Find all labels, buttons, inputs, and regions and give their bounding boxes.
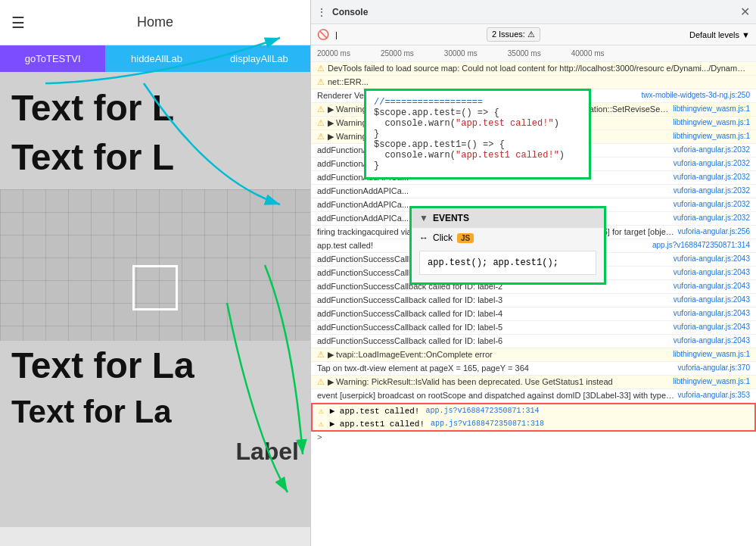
events-title: EVENTS [433, 213, 469, 223]
log-row-pickresult: ⚠ ▶ Warning: PickResult::IsValid has bee… [311, 376, 756, 389]
log-row-success-label5: addFunctionSuccessCallback called for ID… [311, 321, 756, 335]
warning-icon-6: ⚠ [317, 350, 325, 360]
log-row-tap: Tap on twx-dt-view element at pageX = 16… [311, 362, 756, 376]
devtools-menu-icon[interactable]: ⋮ [317, 7, 326, 17]
console-area: //================== $scope.app.test=() … [311, 62, 756, 546]
log-row-success-label3: addFunctionSuccessCallback called for ID… [311, 294, 756, 307]
clear-console-icon[interactable]: 🚫 [317, 29, 329, 40]
log-link-5[interactable]: libthingview_wasm.js:1 [673, 118, 750, 126]
timeline-bar: 20000 ms 25000 ms 30000 ms 35000 ms 4000… [311, 45, 756, 62]
log-text-2: net::ERR... [328, 77, 750, 86]
issues-badge[interactable]: 2 Issues: ⚠ [487, 27, 540, 42]
log-link-17[interactable]: vuforia-angular.js:2043 [674, 282, 750, 290]
hide-labels-button[interactable]: hiddeAllLab [105, 45, 207, 72]
log-text-25: event [userpick] broadcast on rootScope … [317, 391, 674, 400]
bottom-log-link-2[interactable]: app.js?v1688472350871:318 [431, 420, 544, 428]
events-item[interactable]: ↔ Click JS [412, 228, 604, 248]
timeline-mark-3: 35000 ms [508, 49, 541, 58]
code-line-1: //================== [374, 97, 581, 108]
filter-icon: | [335, 30, 338, 39]
devtools-panel: ⋮ Console ✕ 🚫 | 2 Issues: ⚠ Default leve… [310, 0, 756, 546]
app-content: Text for L Text for L Text for La Text f… [0, 72, 310, 527]
log-link-19[interactable]: vuforia-angular.js:2043 [674, 309, 750, 317]
log-text: DevTools failed to load source map: Coul… [328, 64, 747, 73]
default-levels-dropdown[interactable]: Default levels ▼ [689, 30, 750, 39]
log-link-23[interactable]: vuforia-angular.js:370 [677, 363, 750, 372]
bottom-highlight-section: ⚠ ▶ app.test called! app.js?v16884723508… [311, 403, 756, 432]
button-row: goToTESTVI hiddeAllLab displayAllLab [0, 45, 310, 72]
events-popup: ▼ EVENTS ↔ Click JS app.test(); app.test… [409, 206, 606, 285]
log-link-16[interactable]: vuforia-angular.js:2043 [674, 268, 750, 276]
log-link-10[interactable]: vuforia-angular.js:2032 [674, 186, 750, 195]
code-line-3: console.warn("app.test called!") [374, 118, 581, 129]
events-arrow-icon: ↔ [419, 232, 428, 243]
log-link-15[interactable]: vuforia-angular.js:2043 [674, 254, 750, 263]
log-link-4[interactable]: libthingview_wasm.js:1 [673, 105, 750, 113]
log-link-9[interactable]: vuforia-angular.js:2032 [674, 173, 750, 181]
log-link-3[interactable]: twx-mobile-widgets-3d-ng.js:250 [642, 91, 750, 99]
log-text-20: addFunctionSuccessCallback called for ID… [317, 323, 670, 332]
bottom-log-apptest: ⚠ ▶ app.test called! app.js?v16884723508… [313, 404, 754, 417]
log-link-21[interactable]: vuforia-angular.js:2043 [674, 336, 750, 345]
bottom-log-link-1[interactable]: app.js?v1688472350871:314 [425, 407, 539, 415]
timeline-mark-2: 30000 ms [444, 49, 478, 58]
log-text-10: addFunctionAddAPICa... [317, 186, 670, 195]
app-header: ☰ Home [0, 0, 310, 45]
code-line-6: console.warn("app.test1 called!") [374, 150, 581, 161]
log-row-success-label6: addFunctionSuccessCallback called for ID… [311, 335, 756, 348]
display-labels-button[interactable]: displayAllLab [208, 45, 310, 72]
log-link-22[interactable]: libthingview_wasm.js:1 [673, 350, 750, 358]
log-text-22: ▶ tvapi::LoadImageEvent::OnComplete erro… [328, 350, 670, 360]
text-label-2: Text for L [0, 133, 310, 182]
log-link-20[interactable]: vuforia-angular.js:2043 [674, 323, 750, 331]
mobile-preview-panel: ☰ Home goToTESTVI hiddeAllLab displayAll… [0, 0, 310, 546]
devtools-header: ⋮ Console ✕ [311, 0, 756, 24]
timeline-mark-4: 40000 ms [571, 49, 605, 58]
hamburger-icon[interactable]: ☰ [11, 14, 25, 32]
warning-icon-5: ⚠ [317, 132, 325, 142]
log-link-6[interactable]: libthingview_wasm.js:1 [673, 132, 750, 140]
log-link-25[interactable]: vuforia-angular.js:353 [677, 391, 750, 399]
log-link-18[interactable]: vuforia-angular.js:2043 [674, 295, 750, 304]
events-code-block: app.test(); app.test1(); [419, 251, 596, 275]
warning-icon-2: ⚠ [317, 77, 325, 87]
devtools-close-button[interactable]: ✕ [740, 5, 750, 19]
timeline-mark-0: 20000 ms [317, 49, 350, 58]
log-link-14[interactable]: app.js?v1688472350871:314 [652, 241, 750, 249]
code-line-7: } [374, 161, 581, 171]
log-row-net: ⚠ net::ERR... [311, 76, 756, 89]
text-label-5: Label [0, 434, 310, 470]
log-row-userpick: event [userpick] broadcast on rootScope … [311, 389, 756, 403]
text-label-4: Text for La [0, 390, 310, 434]
events-click-label: Click [433, 232, 453, 243]
log-link-8[interactable]: vuforia-angular.js:2032 [674, 159, 750, 167]
log-row-tvapi: ⚠ ▶ tvapi::LoadImageEvent::OnComplete er… [311, 348, 756, 362]
code-line-4: } [374, 129, 581, 139]
bottom-log-text-2: ▶ app.test1 called! [330, 419, 425, 429]
log-link-12[interactable]: vuforia-angular.js:2032 [674, 214, 750, 222]
log-text-23: Tap on twx-dt-view element at pageX = 16… [317, 363, 674, 373]
log-link-7[interactable]: vuforia-angular.js:2032 [674, 145, 750, 154]
events-header: ▼ EVENTS [412, 208, 604, 228]
warning-icon: ⚠ [317, 64, 325, 73]
white-square [132, 265, 178, 310]
log-link-11[interactable]: vuforia-angular.js:2032 [674, 200, 750, 208]
log-text-24: ▶ Warning: PickResult::IsValid has been … [328, 377, 670, 387]
text-label-1: Text for L [0, 72, 310, 133]
code-line-5: $scope.app.test1=() => { [374, 139, 581, 150]
log-text-21: addFunctionSuccessCallback called for ID… [317, 336, 670, 345]
code-popup: //================== $scope.app.test=() … [364, 89, 591, 179]
warning-icon-bt1: ⚠ [319, 406, 324, 416]
log-row-success-label4: addFunctionSuccessCallback called for ID… [311, 307, 756, 321]
console-tab-label[interactable]: Console [332, 7, 368, 17]
code-line-2: $scope.app.test=() => { [374, 108, 581, 118]
warning-icon-7: ⚠ [317, 377, 325, 387]
log-link-13[interactable]: vuforia-angular.js:256 [677, 227, 750, 236]
bottom-log-text-1: ▶ app.test called! [330, 406, 420, 416]
warning-icon-bt2: ⚠ [319, 419, 324, 429]
log-text-19: addFunctionSuccessCallback called for ID… [317, 309, 670, 318]
log-link-24[interactable]: libthingview_wasm.js:1 [673, 377, 750, 385]
log-row-add4: addFunctionAddAPICa... vuforia-angular.j… [311, 185, 756, 198]
console-prompt[interactable]: > [311, 432, 756, 444]
goto-test-button[interactable]: goToTESTVI [0, 45, 105, 72]
